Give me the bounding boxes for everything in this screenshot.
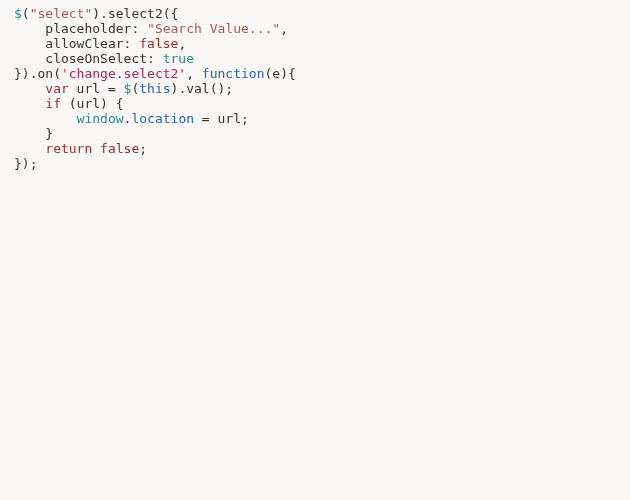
code-token: var bbox=[45, 81, 68, 96]
code-token: = url; bbox=[194, 111, 249, 126]
code-token: url = bbox=[69, 81, 124, 96]
code-token: , bbox=[178, 36, 186, 51]
code-token: } bbox=[14, 126, 53, 141]
code-token bbox=[14, 111, 77, 126]
code-token: }).on( bbox=[14, 66, 61, 81]
code-token bbox=[14, 96, 45, 111]
code-token: true bbox=[163, 51, 194, 66]
code-token: this bbox=[139, 81, 170, 96]
code-token: 'change.select2' bbox=[61, 66, 186, 81]
code-token: false bbox=[100, 141, 139, 156]
code-token: }); bbox=[14, 156, 37, 171]
code-token: , bbox=[186, 66, 202, 81]
code-token bbox=[14, 141, 45, 156]
code-token: (url) { bbox=[61, 96, 124, 111]
code-token: "select" bbox=[30, 6, 93, 21]
code-block: $("select").select2({ placeholder: "Sear… bbox=[0, 0, 630, 171]
code-token bbox=[14, 81, 45, 96]
code-token: ).select2({ bbox=[92, 6, 178, 21]
code-token: if bbox=[45, 96, 61, 111]
code-token: $ bbox=[14, 6, 22, 21]
code-token bbox=[92, 141, 100, 156]
code-token: ( bbox=[22, 6, 30, 21]
code-token: placeholder: bbox=[14, 21, 147, 36]
code-token: (e){ bbox=[264, 66, 295, 81]
code-token: location bbox=[131, 111, 194, 126]
code-token: function bbox=[202, 66, 265, 81]
code-token: , bbox=[280, 21, 288, 36]
code-token: closeOnSelect: bbox=[14, 51, 163, 66]
code-token: false bbox=[139, 36, 178, 51]
code-token: return bbox=[45, 141, 92, 156]
code-token: "Search Value..." bbox=[147, 21, 280, 36]
code-token: ).val(); bbox=[171, 81, 234, 96]
code-token: allowClear: bbox=[14, 36, 139, 51]
code-token: ; bbox=[139, 141, 147, 156]
code-token: window bbox=[77, 111, 124, 126]
